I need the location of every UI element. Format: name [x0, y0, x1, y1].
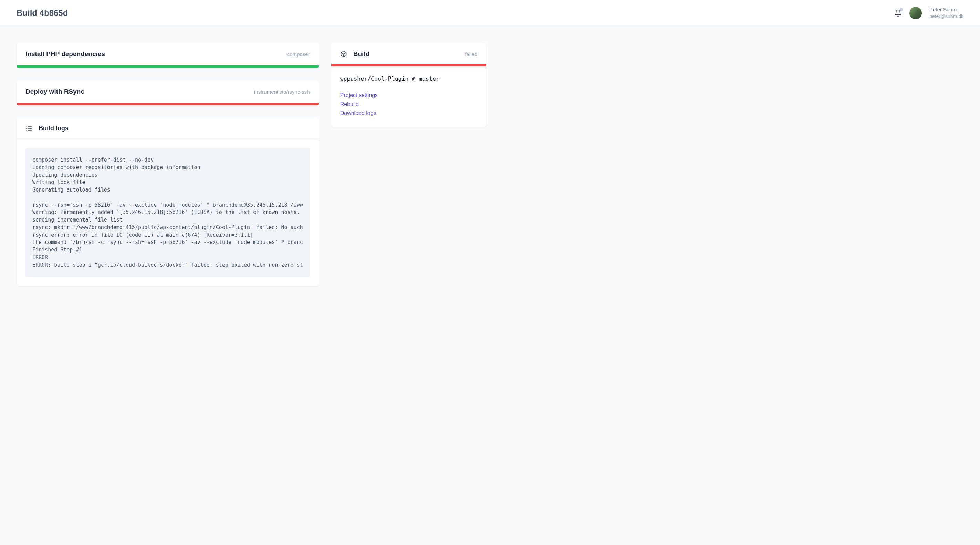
header-actions: Peter Suhm peter@suhm.dk: [894, 6, 964, 20]
step-meta: composer: [287, 51, 310, 57]
step-card-install[interactable]: Install PHP dependencies composer: [16, 43, 319, 68]
page-title: Build 4b865d: [16, 8, 68, 18]
status-bar-success: [16, 65, 319, 68]
repo-reference: wppusher/Cool-Plugin @ master: [340, 75, 477, 82]
summary-header: Build failed: [331, 43, 486, 64]
download-logs-link[interactable]: Download logs: [340, 110, 477, 116]
step-title: Deploy with RSync: [25, 88, 84, 96]
step-title: Install PHP dependencies: [25, 50, 105, 58]
rebuild-link[interactable]: Rebuild: [340, 101, 477, 107]
status-badge: failed: [465, 51, 477, 57]
logs-title: Build logs: [38, 125, 68, 132]
user-info[interactable]: Peter Suhm peter@suhm.dk: [929, 6, 964, 20]
build-logs-card: Build logs composer install --prefer-dis…: [16, 118, 319, 286]
list-icon: [25, 125, 32, 132]
notification-dot: [899, 8, 903, 11]
build-summary-card: Build failed wppusher/Cool-Plugin @ mast…: [331, 43, 486, 127]
logs-header: Build logs: [16, 118, 319, 139]
step-meta: instrumentisto/rsync-ssh: [254, 89, 310, 95]
status-bar-failed: [16, 103, 319, 105]
user-email: peter@suhm.dk: [929, 13, 964, 20]
status-bar-failed: [331, 64, 486, 67]
logs-output[interactable]: composer install --prefer-dist --no-dev …: [25, 148, 310, 277]
summary-title: Build: [353, 50, 370, 58]
project-settings-link[interactable]: Project settings: [340, 92, 477, 99]
top-header: Build 4b865d Peter Suhm peter@suhm.dk: [0, 0, 980, 26]
user-name: Peter Suhm: [929, 6, 964, 13]
avatar[interactable]: [909, 7, 922, 19]
box-icon: [340, 51, 347, 57]
notifications-button[interactable]: [894, 9, 902, 17]
step-card-deploy[interactable]: Deploy with RSync instrumentisto/rsync-s…: [16, 80, 319, 105]
